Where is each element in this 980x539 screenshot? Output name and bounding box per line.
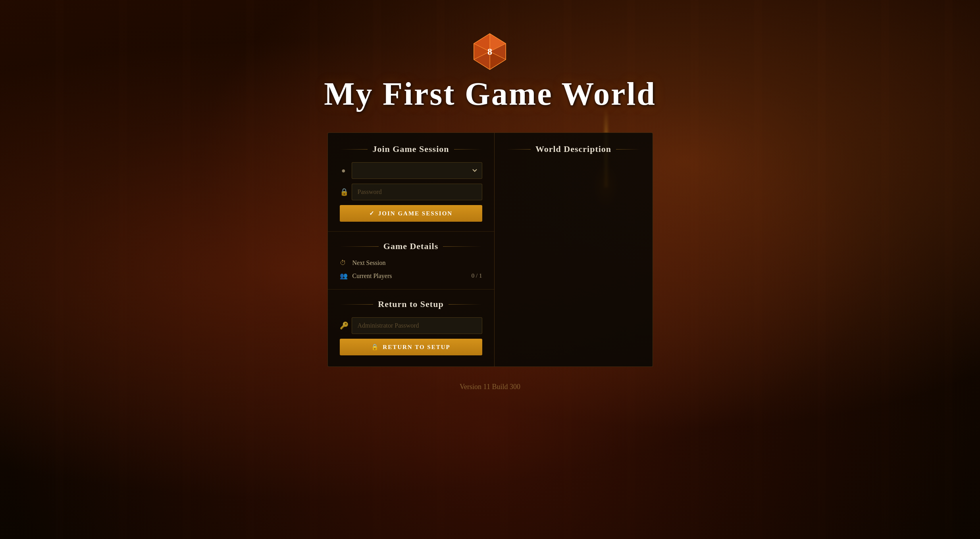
join-password-input[interactable] <box>352 184 482 200</box>
svg-text:8: 8 <box>487 46 492 57</box>
world-desc-header: World Description <box>506 144 641 154</box>
admin-password-group: 🔑 <box>340 317 482 334</box>
player-select[interactable] <box>352 162 482 179</box>
lock-icon-button: 🔒 <box>371 343 379 351</box>
join-session-title: Join Game Session <box>372 144 449 154</box>
header-line-right-2 <box>443 246 482 247</box>
join-check-icon: ✓ <box>369 210 375 217</box>
current-players-row: 👥 Current Players 0 / 1 <box>340 272 482 280</box>
join-session-button[interactable]: ✓ JOIN GAME SESSION <box>340 205 482 222</box>
user-icon: ● <box>340 167 348 175</box>
page-content: 8 My First Game World Join Game Session … <box>0 0 980 539</box>
header-line-right-4 <box>616 149 640 150</box>
header-line-left-4 <box>506 149 531 150</box>
join-session-header: Join Game Session <box>340 144 482 154</box>
password-group: 🔒 <box>340 184 482 200</box>
next-session-row: ⏱ Next Session <box>340 259 482 267</box>
game-details-header: Game Details <box>340 241 482 251</box>
header-line-right <box>454 149 482 150</box>
return-setup-header: Return to Setup <box>340 299 482 309</box>
version-text: Version 11 Build 300 <box>460 383 520 391</box>
current-players-value: 0 / 1 <box>472 272 482 279</box>
section-divider-2 <box>328 289 494 290</box>
player-select-group: ● <box>340 162 482 179</box>
header-line-left-3 <box>340 304 374 305</box>
players-icon: 👥 <box>340 272 348 280</box>
dice-logo: 8 <box>470 32 510 71</box>
current-players-label: Current Players <box>352 272 468 280</box>
lock-icon-join: 🔒 <box>340 188 348 196</box>
next-session-label: Next Session <box>352 259 478 267</box>
admin-password-input[interactable] <box>352 317 482 334</box>
key-icon: 🔑 <box>340 321 348 330</box>
world-description-content <box>506 162 641 281</box>
return-setup-title: Return to Setup <box>378 299 443 309</box>
game-title: My First Game World <box>324 75 656 113</box>
game-details-title: Game Details <box>383 241 438 251</box>
world-description-title: World Description <box>535 144 611 154</box>
join-button-label: JOIN GAME SESSION <box>378 210 452 217</box>
header-line-left <box>340 149 368 150</box>
panels-container: Join Game Session ● 🔒 ✓ JOIN GAME SESSIO… <box>327 132 653 367</box>
clock-icon: ⏱ <box>340 259 348 267</box>
section-divider-1 <box>328 231 494 232</box>
left-panel: Join Game Session ● 🔒 ✓ JOIN GAME SESSIO… <box>327 132 494 367</box>
return-setup-button-label: RETURN TO SETUP <box>383 344 450 351</box>
return-to-setup-button[interactable]: 🔒 RETURN TO SETUP <box>340 339 482 355</box>
header-line-right-3 <box>449 304 482 305</box>
title-area: 8 My First Game World <box>324 32 656 113</box>
header-line-left-2 <box>340 246 379 247</box>
right-panel: World Description <box>494 132 653 367</box>
